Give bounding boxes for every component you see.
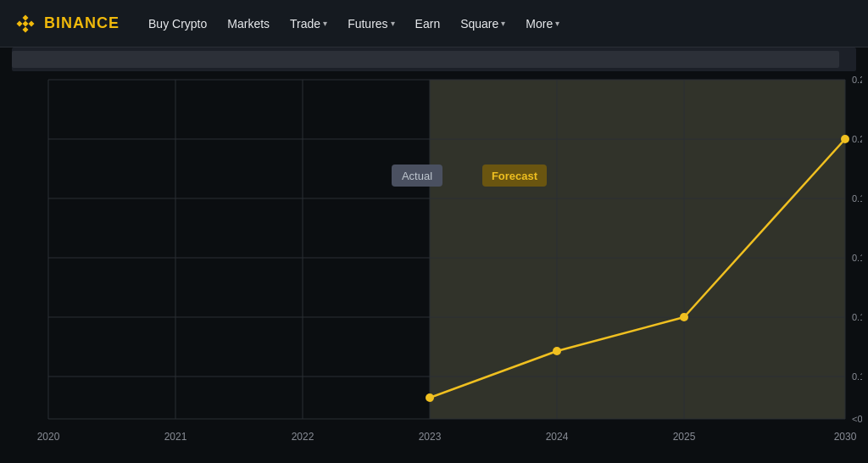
square-chevron-icon: ▾ xyxy=(501,19,505,28)
data-point-2023 xyxy=(426,393,434,402)
x-label-2021: 2021 xyxy=(164,431,187,443)
y-label-5: 0.1 xyxy=(852,371,862,382)
svg-marker-4 xyxy=(23,26,29,32)
x-label-2023: 2023 xyxy=(419,431,442,443)
forecast-region xyxy=(430,80,845,419)
nav-earn[interactable]: Earn xyxy=(407,12,449,36)
trade-chevron-icon: ▾ xyxy=(323,19,327,28)
nav-futures[interactable]: Futures ▾ xyxy=(339,12,403,36)
nav-square[interactable]: Square ▾ xyxy=(452,12,514,36)
forecast-legend-label: Forecast xyxy=(492,170,538,182)
more-chevron-icon: ▾ xyxy=(555,19,559,28)
scrollbar-thumb[interactable] xyxy=(12,51,839,68)
x-label-2020: 2020 xyxy=(37,431,60,443)
nav-markets[interactable]: Markets xyxy=(219,12,278,36)
y-label-2: 0.1 xyxy=(852,193,862,204)
y-label-bottom: <0.1 xyxy=(852,414,862,424)
svg-marker-3 xyxy=(29,20,35,26)
y-label-4: 0.1 xyxy=(852,312,862,322)
x-label-2025: 2025 xyxy=(673,431,696,443)
nav-trade[interactable]: Trade ▾ xyxy=(281,12,336,36)
logo-text: BINANCE xyxy=(44,14,120,32)
binance-logo-icon xyxy=(14,12,37,36)
y-label-1: 0.2 xyxy=(852,134,862,144)
nav-links: Buy Crypto Markets Trade ▾ Futures ▾ Ear… xyxy=(140,12,568,36)
svg-marker-0 xyxy=(23,14,29,20)
nav-more[interactable]: More ▾ xyxy=(517,12,568,36)
y-label-top: 0.2 xyxy=(852,75,862,85)
futures-chevron-icon: ▾ xyxy=(391,19,395,28)
svg-marker-2 xyxy=(23,20,29,26)
logo[interactable]: BINANCE xyxy=(14,12,120,36)
navbar: BINANCE Buy Crypto Markets Trade ▾ Futur… xyxy=(0,0,868,47)
price-forecast-chart[interactable]: 0.2 0.2 0.1 0.1 0.1 0.1 <0.1 2020 2021 2… xyxy=(6,71,862,460)
chart-scrollbar[interactable] xyxy=(12,47,856,71)
actual-legend-label: Actual xyxy=(402,170,432,182)
x-label-2024: 2024 xyxy=(546,431,569,443)
nav-buy-crypto[interactable]: Buy Crypto xyxy=(140,12,215,36)
data-point-2025 xyxy=(680,313,688,321)
y-label-3: 0.1 xyxy=(852,253,862,263)
x-label-2022: 2022 xyxy=(292,431,314,443)
x-label-2030: 2030 xyxy=(834,431,857,443)
chart-container: 0.2 0.2 0.1 0.1 0.1 0.1 <0.1 2020 2021 2… xyxy=(0,47,868,463)
svg-marker-1 xyxy=(17,20,23,26)
data-point-2024 xyxy=(553,347,561,355)
data-point-2030 xyxy=(841,135,849,143)
